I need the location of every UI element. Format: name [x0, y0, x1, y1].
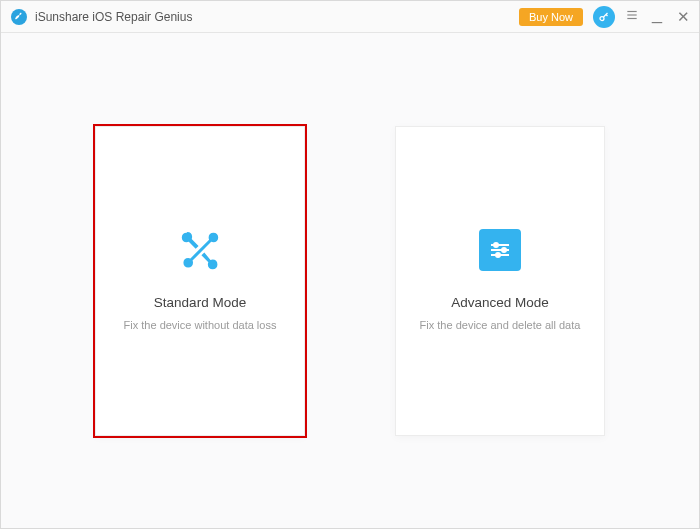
- card-description: Fix the device and delete all data: [420, 318, 581, 333]
- standard-mode-card[interactable]: Standard Mode Fix the device without dat…: [95, 126, 305, 436]
- main-content: Standard Mode Fix the device without dat…: [1, 33, 699, 528]
- sliders-icon: [477, 227, 523, 273]
- app-title: iSunshare iOS Repair Genius: [35, 10, 192, 24]
- card-title: Standard Mode: [154, 295, 246, 310]
- titlebar: iSunshare iOS Repair Genius Buy Now _ ✕: [1, 1, 699, 33]
- buy-now-button[interactable]: Buy Now: [519, 8, 583, 26]
- register-key-icon[interactable]: [593, 6, 615, 28]
- card-title: Advanced Mode: [451, 295, 549, 310]
- svg-point-0: [600, 16, 604, 20]
- svg-point-7: [502, 248, 506, 252]
- svg-point-9: [496, 253, 500, 257]
- app-logo-icon: [11, 9, 27, 25]
- close-button[interactable]: ✕: [675, 9, 691, 24]
- titlebar-right: Buy Now _ ✕: [519, 6, 691, 28]
- svg-point-5: [494, 243, 498, 247]
- titlebar-left: iSunshare iOS Repair Genius: [11, 9, 192, 25]
- advanced-mode-card[interactable]: Advanced Mode Fix the device and delete …: [395, 126, 605, 436]
- card-description: Fix the device without data loss: [124, 318, 277, 333]
- menu-icon[interactable]: [625, 8, 639, 26]
- minimize-button[interactable]: _: [649, 4, 665, 22]
- tools-icon: [177, 227, 223, 273]
